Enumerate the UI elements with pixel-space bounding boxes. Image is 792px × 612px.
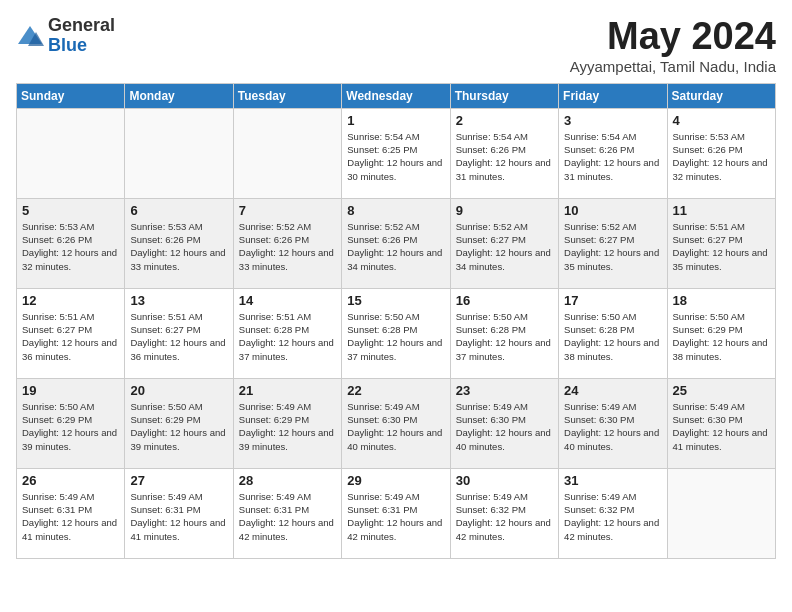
col-monday: Monday [125,83,233,108]
day-number: 21 [239,383,336,398]
cell-info: Sunrise: 5:49 AMSunset: 6:31 PMDaylight:… [239,490,336,543]
col-wednesday: Wednesday [342,83,450,108]
calendar-cell: 14Sunrise: 5:51 AMSunset: 6:28 PMDayligh… [233,288,341,378]
calendar-cell: 30Sunrise: 5:49 AMSunset: 6:32 PMDayligh… [450,468,558,558]
logo-text: General Blue [48,16,115,56]
day-number: 19 [22,383,119,398]
day-number: 22 [347,383,444,398]
calendar-cell: 27Sunrise: 5:49 AMSunset: 6:31 PMDayligh… [125,468,233,558]
calendar-cell: 3Sunrise: 5:54 AMSunset: 6:26 PMDaylight… [559,108,667,198]
cell-info: Sunrise: 5:49 AMSunset: 6:31 PMDaylight:… [347,490,444,543]
calendar-cell: 5Sunrise: 5:53 AMSunset: 6:26 PMDaylight… [17,198,125,288]
cell-info: Sunrise: 5:51 AMSunset: 6:27 PMDaylight:… [673,220,770,273]
day-number: 6 [130,203,227,218]
calendar-cell: 12Sunrise: 5:51 AMSunset: 6:27 PMDayligh… [17,288,125,378]
page-header: General Blue May 2024 Ayyampettai, Tamil… [16,16,776,75]
calendar-cell: 9Sunrise: 5:52 AMSunset: 6:27 PMDaylight… [450,198,558,288]
cell-info: Sunrise: 5:50 AMSunset: 6:28 PMDaylight:… [564,310,661,363]
cell-info: Sunrise: 5:49 AMSunset: 6:31 PMDaylight:… [130,490,227,543]
day-number: 18 [673,293,770,308]
calendar-table: Sunday Monday Tuesday Wednesday Thursday… [16,83,776,559]
calendar-cell: 24Sunrise: 5:49 AMSunset: 6:30 PMDayligh… [559,378,667,468]
day-number: 14 [239,293,336,308]
calendar-cell: 20Sunrise: 5:50 AMSunset: 6:29 PMDayligh… [125,378,233,468]
calendar-cell: 19Sunrise: 5:50 AMSunset: 6:29 PMDayligh… [17,378,125,468]
day-number: 13 [130,293,227,308]
calendar-cell: 11Sunrise: 5:51 AMSunset: 6:27 PMDayligh… [667,198,775,288]
cell-info: Sunrise: 5:52 AMSunset: 6:26 PMDaylight:… [239,220,336,273]
cell-info: Sunrise: 5:54 AMSunset: 6:26 PMDaylight:… [564,130,661,183]
day-number: 10 [564,203,661,218]
calendar-cell [125,108,233,198]
day-number: 11 [673,203,770,218]
day-number: 3 [564,113,661,128]
title-block: May 2024 Ayyampettai, Tamil Nadu, India [570,16,776,75]
day-number: 31 [564,473,661,488]
day-number: 15 [347,293,444,308]
calendar-cell: 7Sunrise: 5:52 AMSunset: 6:26 PMDaylight… [233,198,341,288]
calendar-cell: 28Sunrise: 5:49 AMSunset: 6:31 PMDayligh… [233,468,341,558]
day-number: 25 [673,383,770,398]
cell-info: Sunrise: 5:50 AMSunset: 6:29 PMDaylight:… [673,310,770,363]
cell-info: Sunrise: 5:49 AMSunset: 6:30 PMDaylight:… [456,400,553,453]
calendar-week-4: 19Sunrise: 5:50 AMSunset: 6:29 PMDayligh… [17,378,776,468]
calendar-week-5: 26Sunrise: 5:49 AMSunset: 6:31 PMDayligh… [17,468,776,558]
logo: General Blue [16,16,115,56]
header-row: Sunday Monday Tuesday Wednesday Thursday… [17,83,776,108]
calendar-cell: 29Sunrise: 5:49 AMSunset: 6:31 PMDayligh… [342,468,450,558]
calendar-cell: 6Sunrise: 5:53 AMSunset: 6:26 PMDaylight… [125,198,233,288]
day-number: 1 [347,113,444,128]
day-number: 29 [347,473,444,488]
day-number: 12 [22,293,119,308]
calendar-cell [667,468,775,558]
cell-info: Sunrise: 5:52 AMSunset: 6:27 PMDaylight:… [564,220,661,273]
day-number: 2 [456,113,553,128]
col-tuesday: Tuesday [233,83,341,108]
calendar-week-2: 5Sunrise: 5:53 AMSunset: 6:26 PMDaylight… [17,198,776,288]
cell-info: Sunrise: 5:51 AMSunset: 6:27 PMDaylight:… [22,310,119,363]
cell-info: Sunrise: 5:54 AMSunset: 6:26 PMDaylight:… [456,130,553,183]
calendar-cell: 22Sunrise: 5:49 AMSunset: 6:30 PMDayligh… [342,378,450,468]
day-number: 30 [456,473,553,488]
calendar-cell: 10Sunrise: 5:52 AMSunset: 6:27 PMDayligh… [559,198,667,288]
cell-info: Sunrise: 5:49 AMSunset: 6:30 PMDaylight:… [564,400,661,453]
calendar-cell: 4Sunrise: 5:53 AMSunset: 6:26 PMDaylight… [667,108,775,198]
calendar-cell: 31Sunrise: 5:49 AMSunset: 6:32 PMDayligh… [559,468,667,558]
cell-info: Sunrise: 5:50 AMSunset: 6:28 PMDaylight:… [347,310,444,363]
day-number: 28 [239,473,336,488]
cell-info: Sunrise: 5:50 AMSunset: 6:29 PMDaylight:… [130,400,227,453]
cell-info: Sunrise: 5:51 AMSunset: 6:28 PMDaylight:… [239,310,336,363]
cell-info: Sunrise: 5:49 AMSunset: 6:32 PMDaylight:… [456,490,553,543]
calendar-cell: 15Sunrise: 5:50 AMSunset: 6:28 PMDayligh… [342,288,450,378]
location-subtitle: Ayyampettai, Tamil Nadu, India [570,58,776,75]
day-number: 9 [456,203,553,218]
cell-info: Sunrise: 5:51 AMSunset: 6:27 PMDaylight:… [130,310,227,363]
day-number: 26 [22,473,119,488]
calendar-cell: 17Sunrise: 5:50 AMSunset: 6:28 PMDayligh… [559,288,667,378]
day-number: 4 [673,113,770,128]
cell-info: Sunrise: 5:49 AMSunset: 6:32 PMDaylight:… [564,490,661,543]
day-number: 23 [456,383,553,398]
calendar-cell: 25Sunrise: 5:49 AMSunset: 6:30 PMDayligh… [667,378,775,468]
cell-info: Sunrise: 5:49 AMSunset: 6:29 PMDaylight:… [239,400,336,453]
col-sunday: Sunday [17,83,125,108]
cell-info: Sunrise: 5:50 AMSunset: 6:29 PMDaylight:… [22,400,119,453]
cell-info: Sunrise: 5:53 AMSunset: 6:26 PMDaylight:… [130,220,227,273]
month-year-title: May 2024 [570,16,776,58]
col-friday: Friday [559,83,667,108]
cell-info: Sunrise: 5:49 AMSunset: 6:30 PMDaylight:… [347,400,444,453]
cell-info: Sunrise: 5:54 AMSunset: 6:25 PMDaylight:… [347,130,444,183]
calendar-cell: 13Sunrise: 5:51 AMSunset: 6:27 PMDayligh… [125,288,233,378]
day-number: 16 [456,293,553,308]
calendar-cell: 18Sunrise: 5:50 AMSunset: 6:29 PMDayligh… [667,288,775,378]
calendar-cell: 21Sunrise: 5:49 AMSunset: 6:29 PMDayligh… [233,378,341,468]
cell-info: Sunrise: 5:49 AMSunset: 6:31 PMDaylight:… [22,490,119,543]
cell-info: Sunrise: 5:53 AMSunset: 6:26 PMDaylight:… [22,220,119,273]
col-thursday: Thursday [450,83,558,108]
day-number: 24 [564,383,661,398]
logo-general-text: General [48,16,115,36]
col-saturday: Saturday [667,83,775,108]
cell-info: Sunrise: 5:53 AMSunset: 6:26 PMDaylight:… [673,130,770,183]
calendar-week-3: 12Sunrise: 5:51 AMSunset: 6:27 PMDayligh… [17,288,776,378]
day-number: 17 [564,293,661,308]
